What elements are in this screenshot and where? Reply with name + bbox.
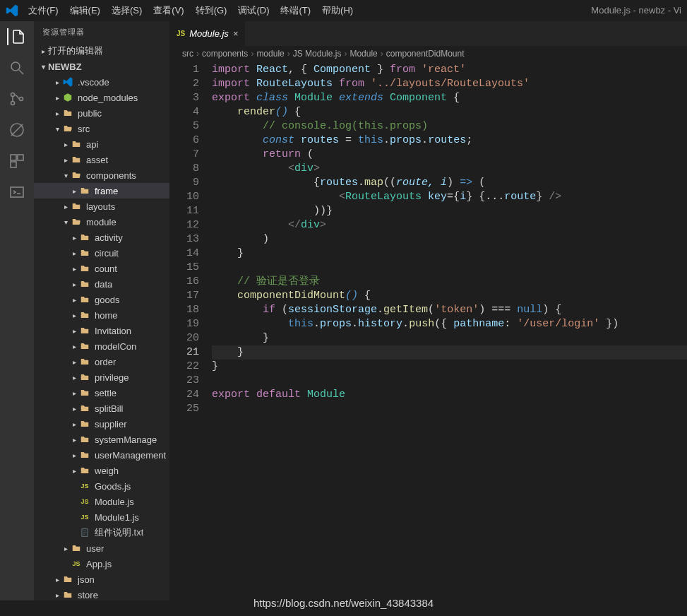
breadcrumb-item[interactable]: Module (350, 49, 377, 59)
folder-item[interactable]: ▸order (34, 354, 169, 369)
folder-item[interactable]: ▸api (34, 136, 169, 152)
menu-item[interactable]: 选择(S) (106, 5, 148, 16)
menu-item[interactable]: 文件(F) (23, 5, 64, 16)
line-number: 21 (169, 345, 199, 360)
code-editor[interactable]: 1234567891011121314151617181920212223242… (169, 61, 687, 600)
breadcrumb[interactable]: src›components›module›JS Module.js›Modul… (169, 46, 687, 61)
code-line[interactable]: // 验证是否登录 (212, 275, 687, 289)
menu-item[interactable]: 帮助(H) (316, 5, 359, 16)
folder-item[interactable]: ▸home (34, 307, 169, 323)
chevron-right-icon: ▸ (69, 374, 79, 381)
code-line[interactable]: export class Module extends Component { (212, 91, 687, 105)
folder-item[interactable]: ▾components (34, 167, 169, 183)
folder-item[interactable]: ▾module (34, 214, 169, 230)
line-number: 11 (169, 204, 199, 218)
code-line[interactable]: if (sessionStorage.getItem('token') === … (212, 303, 687, 317)
file-item[interactable]: JSGoods.js (34, 478, 169, 494)
breadcrumb-item[interactable]: src (182, 49, 193, 59)
folder-item[interactable]: ▸json (34, 571, 169, 587)
folder-item[interactable]: ▸systemManage (34, 432, 169, 447)
folder-item[interactable]: ▸public (34, 105, 169, 121)
sidebar-title: 资源管理器 (34, 21, 169, 43)
folder-item[interactable]: ▸store (34, 587, 169, 600)
code-line[interactable]: } (212, 360, 687, 374)
folder-item[interactable]: ▸supplier (34, 416, 169, 432)
code-content[interactable]: import React, { Component } from 'react'… (212, 61, 687, 600)
extensions-icon[interactable] (8, 153, 25, 170)
code-line[interactable]: ))} (212, 204, 687, 218)
code-line[interactable]: } (212, 345, 687, 360)
code-line[interactable] (212, 402, 687, 416)
folder-item[interactable]: ▸node_modules (34, 90, 169, 105)
file-item[interactable]: 组件说明.txt (34, 525, 169, 540)
folder-item[interactable]: ▸layouts (34, 199, 169, 214)
folder-item[interactable]: ▸user (34, 540, 169, 556)
code-line[interactable]: ) (212, 232, 687, 247)
menu-item[interactable]: 查看(V) (148, 5, 189, 16)
line-number: 17 (169, 289, 199, 303)
code-line[interactable]: render() { (212, 105, 687, 119)
folder-icon (71, 201, 82, 212)
code-line[interactable]: import RouteLayouts from '../layouts/Rou… (212, 77, 687, 91)
code-line[interactable]: const routes = this.props.routes; (212, 134, 687, 148)
breadcrumb-item[interactable]: module (256, 49, 284, 59)
terminal-panel-icon[interactable] (8, 184, 25, 201)
folder-item[interactable]: ▸goods (34, 292, 169, 307)
tree-item-label: supplier (95, 419, 127, 430)
code-line[interactable]: } (212, 331, 687, 345)
folder-item[interactable]: ▸data (34, 276, 169, 292)
code-line[interactable] (212, 374, 687, 388)
code-line[interactable]: componentDidMount() { (212, 289, 687, 303)
tree-item-label: asset (86, 155, 108, 165)
folder-item[interactable]: ▸splitBill (34, 401, 169, 416)
folder-item[interactable]: ▸asset (34, 152, 169, 167)
search-icon[interactable] (8, 59, 25, 76)
folder-item[interactable]: ▸modelCon (34, 338, 169, 354)
breadcrumb-item[interactable]: JS Module.js (293, 49, 342, 59)
breadcrumb-item[interactable]: componentDidMount (386, 49, 465, 59)
folder-item[interactable]: ▸userManagement (34, 447, 169, 463)
explorer-icon[interactable] (7, 28, 24, 45)
tab-module-js[interactable]: JS Module.js × (169, 21, 246, 46)
tree-item-label: userManagement (95, 450, 166, 461)
folder-item[interactable]: ▸Invitation (34, 323, 169, 338)
menu-item[interactable]: 调试(D) (232, 5, 275, 16)
project-root[interactable]: ▾ NEWBZ (34, 59, 169, 74)
svg-point-4 (20, 97, 23, 101)
code-line[interactable] (212, 261, 687, 275)
file-item[interactable]: JSModule1.js (34, 509, 169, 525)
code-line[interactable]: import React, { Component } from 'react' (212, 63, 687, 77)
file-item[interactable]: JSModule.js (34, 494, 169, 509)
menu-item[interactable]: 终端(T) (275, 5, 316, 16)
code-line[interactable]: // console.log(this.props) (212, 119, 687, 134)
close-icon[interactable]: × (233, 28, 239, 39)
code-line[interactable]: return ( (212, 148, 687, 162)
folder-item[interactable]: ▸activity (34, 230, 169, 245)
open-editors-section[interactable]: ▸ 打开的编辑器 (34, 43, 169, 59)
folder-item[interactable]: ▸circuit (34, 245, 169, 261)
editor-tabs[interactable]: JS Module.js × (169, 21, 687, 46)
folder-item[interactable]: ▸privilege (34, 369, 169, 385)
folder-item[interactable]: ▸count (34, 261, 169, 276)
menu-item[interactable]: 编辑(E) (64, 5, 106, 16)
file-tree[interactable]: ▸ 打开的编辑器 ▾ NEWBZ ▸.vscode▸node_modules▸p… (34, 43, 169, 600)
debug-icon[interactable] (8, 122, 25, 138)
code-line[interactable]: <div> (212, 162, 687, 176)
folder-item[interactable]: ▸.vscode (34, 74, 169, 90)
folder-icon (79, 356, 90, 367)
code-line[interactable]: this.props.history.push({ pathname: '/us… (212, 317, 687, 331)
code-line[interactable]: } (212, 247, 687, 261)
code-line[interactable]: {routes.map((route, i) => ( (212, 176, 687, 190)
code-line[interactable]: <RouteLayouts key={i} {...route} /> (212, 190, 687, 204)
folder-item[interactable]: ▸settle (34, 385, 169, 401)
breadcrumb-item[interactable]: components (202, 49, 248, 59)
folder-item[interactable]: ▾src (34, 121, 169, 136)
code-line[interactable]: </div> (212, 218, 687, 232)
source-control-icon[interactable] (8, 90, 25, 107)
folder-item[interactable]: ▸frame (34, 183, 169, 199)
line-number: 25 (169, 402, 199, 416)
file-item[interactable]: JSApp.js (34, 556, 169, 571)
code-line[interactable]: export default Module (212, 388, 687, 402)
folder-item[interactable]: ▸weigh (34, 463, 169, 478)
menu-item[interactable]: 转到(G) (190, 5, 233, 16)
